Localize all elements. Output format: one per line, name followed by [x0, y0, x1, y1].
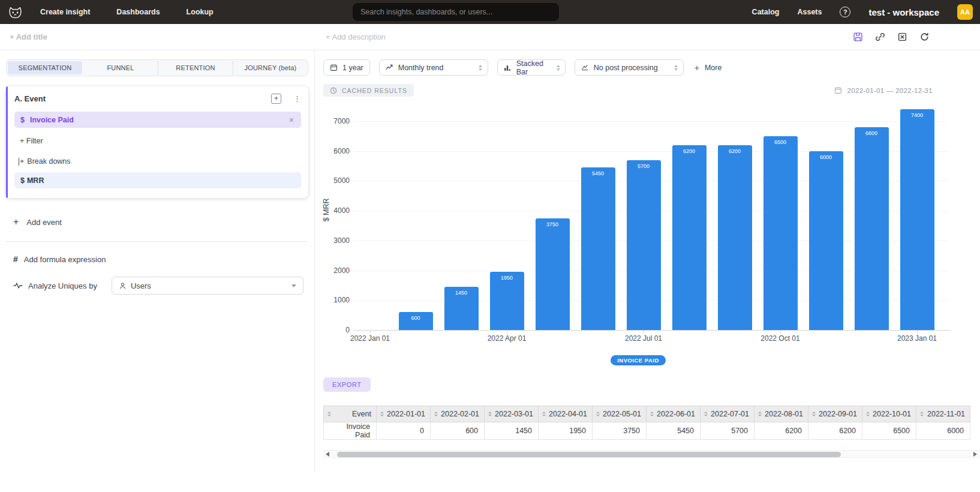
select-monthly-trend[interactable]: Monthly trend: [379, 59, 488, 76]
bar-value-label: 600: [399, 315, 433, 321]
bar-2022-06-01[interactable]: 5450: [581, 167, 615, 330]
date-range-display[interactable]: 2022-01-01 — 2022-12-31: [834, 86, 933, 94]
y-tick-label: 7000: [323, 117, 350, 125]
scroll-right-icon[interactable]: [973, 452, 977, 457]
column-header-2022-04-01[interactable]: 2022-04-01: [539, 406, 593, 422]
column-header-2022-11-01[interactable]: 2022-11-01: [916, 406, 970, 422]
bar-2022-03-01[interactable]: 1450: [444, 287, 479, 330]
column-header-2022-08-01[interactable]: 2022-08-01: [754, 406, 808, 422]
more-options-button[interactable]: + More: [695, 63, 722, 73]
tab-funnel[interactable]: FUNNEL: [83, 61, 158, 74]
column-header-2022-07-01[interactable]: 2022-07-01: [701, 406, 754, 422]
bar-2022-10-01[interactable]: 6500: [763, 136, 798, 330]
y-tick-label: 0: [323, 326, 350, 334]
select-value: Monthly trend: [398, 64, 444, 72]
bar-2023-01-01[interactable]: 7400: [900, 109, 934, 330]
bar-value-label: 7400: [900, 112, 934, 118]
nav-item-assets[interactable]: Assets: [797, 8, 822, 16]
y-tick-label: 4000: [323, 206, 350, 215]
column-header-label: 2022-08-01: [765, 410, 803, 418]
bar-2022-02-01[interactable]: 600: [399, 312, 433, 330]
table-cell: 5700: [701, 422, 754, 440]
nav-item-dashboards[interactable]: Dashboards: [116, 8, 160, 16]
bar-2022-08-01[interactable]: 6200: [672, 145, 707, 330]
column-header-label: 2022-01-01: [387, 410, 425, 418]
horizontal-scrollbar[interactable]: [323, 450, 979, 458]
select-value: Stacked Bar: [516, 59, 543, 76]
chart-legend: Invoice Paid: [323, 355, 953, 365]
bar-2022-05-01[interactable]: 3750: [536, 218, 570, 330]
breakdown-field-row[interactable]: $MRR: [14, 172, 301, 188]
avatar[interactable]: AA: [957, 4, 973, 20]
legend-item-invoice-paid[interactable]: Invoice Paid: [611, 355, 666, 365]
bar-2022-04-01[interactable]: 1950: [490, 272, 524, 330]
workspace-name[interactable]: test - workspace: [868, 7, 939, 17]
sort-icon: [434, 412, 438, 416]
column-header-2022-10-01[interactable]: 2022-10-01: [862, 406, 916, 422]
search-input[interactable]: [353, 3, 559, 21]
table-cell: 1950: [539, 422, 593, 440]
tab-journey-beta-[interactable]: JOURNEY (beta): [233, 61, 308, 74]
column-header-label: 2022-10-01: [873, 410, 911, 418]
scroll-left-icon[interactable]: [326, 452, 329, 457]
analyze-by-select[interactable]: Users: [112, 277, 303, 295]
select-stacked-bar[interactable]: Stacked Bar: [497, 59, 566, 76]
event-menu-icon[interactable]: ⋮: [293, 96, 301, 102]
sort-icon: [758, 412, 762, 416]
add-description-button[interactable]: + Add description: [326, 32, 386, 41]
export-button[interactable]: EXPORT: [323, 377, 371, 392]
breakdown-icon: [19, 157, 24, 166]
tab-retention[interactable]: RETENTION: [158, 61, 233, 74]
column-header-2022-03-01[interactable]: 2022-03-01: [485, 406, 539, 422]
sort-icon: [488, 412, 492, 416]
remove-event-icon[interactable]: ×: [289, 115, 294, 125]
app-logo[interactable]: [7, 5, 23, 19]
tab-segmentation[interactable]: SEGMENTATION: [8, 61, 82, 74]
bar-2022-11-01[interactable]: 6000: [809, 151, 843, 330]
add-filter-button[interactable]: + Filter: [14, 137, 301, 145]
bar-value-label: 6000: [809, 154, 843, 160]
bar-2022-12-01[interactable]: 6800: [855, 127, 889, 330]
sort-icon: [596, 412, 600, 416]
column-header-2022-09-01[interactable]: 2022-09-01: [808, 406, 862, 422]
y-tick-label: 6000: [323, 147, 350, 155]
column-header-event[interactable]: Event: [324, 406, 377, 422]
breakdowns-button[interactable]: Break downs: [14, 157, 301, 166]
sort-icon: [812, 412, 816, 416]
bar-2022-09-01[interactable]: 6200: [718, 145, 752, 330]
add-event-button[interactable]: + Add event: [6, 217, 308, 227]
help-icon[interactable]: ?: [840, 7, 850, 17]
select-no-post-processing[interactable]: No post processing: [575, 59, 684, 76]
column-header-label: 2022-06-01: [657, 410, 695, 418]
duplicate-event-icon[interactable]: +: [271, 94, 281, 104]
nav-item-create-insight[interactable]: Create insight: [40, 8, 90, 16]
x-square-icon[interactable]: [897, 32, 907, 42]
column-header-label: 2022-03-01: [495, 410, 533, 418]
column-header-2022-05-01[interactable]: 2022-05-01: [593, 406, 647, 422]
save-icon[interactable]: [853, 32, 863, 42]
x-tick-label: 2022 Apr 01: [488, 334, 527, 343]
scrollbar-thumb[interactable]: [337, 452, 841, 457]
table-cell: 6000: [916, 422, 970, 440]
plus-icon: +: [13, 217, 19, 227]
column-header-2022-02-01[interactable]: 2022-02-01: [431, 406, 485, 422]
x-tick-label: 2022 Jan 01: [350, 334, 390, 343]
line-chart-icon: [385, 64, 393, 71]
column-header-2022-06-01[interactable]: 2022-06-01: [647, 406, 701, 422]
bar-2022-07-01[interactable]: 5700: [627, 160, 661, 330]
share-link-icon[interactable]: [875, 32, 885, 42]
add-title-button[interactable]: + Add title: [10, 32, 47, 41]
sort-icon: [866, 412, 870, 416]
column-header-label: Event: [352, 410, 371, 418]
results-table: Event2022-01-012022-02-012022-03-012022-…: [323, 406, 970, 440]
breakdowns-label: Break downs: [27, 157, 70, 166]
refresh-icon[interactable]: [919, 32, 930, 42]
add-formula-button[interactable]: # Add formula expression: [6, 254, 308, 264]
table-cell: 0: [377, 422, 431, 440]
nav-item-lookup[interactable]: Lookup: [187, 8, 214, 16]
nav-item-catalog[interactable]: Catalog: [752, 8, 780, 16]
bar-value-label: 1450: [444, 290, 479, 296]
selected-event-row[interactable]: $ Invoice Paid ×: [14, 112, 301, 128]
date-range-button[interactable]: 1 year: [323, 59, 370, 76]
column-header-2022-01-01[interactable]: 2022-01-01: [377, 406, 431, 422]
